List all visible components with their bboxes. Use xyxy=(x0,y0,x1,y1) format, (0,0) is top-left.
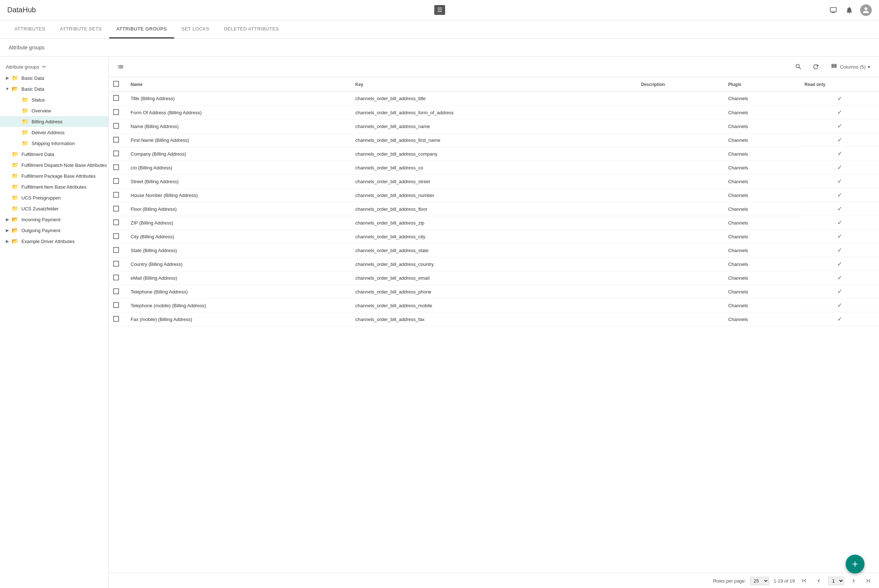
tab-set-locks[interactable]: SET LOCKS xyxy=(174,20,217,39)
row-checkbox[interactable] xyxy=(113,109,119,115)
sidebar-item-fulfillment-dispatch[interactable]: ▶ 📁 Fulfillment Dispatch Note Base Attri… xyxy=(0,160,108,171)
tab-attribute-sets[interactable]: ATTRIBUTE SETS xyxy=(52,20,109,39)
row-checkbox-cell[interactable] xyxy=(109,188,126,202)
row-checkbox[interactable] xyxy=(113,261,119,267)
row-checkbox[interactable] xyxy=(113,233,119,239)
table-footer: Rows per page: 25 10 50 100 1-19 of 19 1 xyxy=(109,572,879,588)
folder-icon: 📁 xyxy=(12,172,18,179)
refresh-icon[interactable] xyxy=(810,61,822,72)
row-readonly: ✓ xyxy=(800,174,879,188)
chevron-right-icon: ▶ xyxy=(4,228,10,233)
row-checkbox[interactable] xyxy=(113,164,119,170)
edit-icon[interactable]: ✏ xyxy=(42,64,46,70)
row-checkbox[interactable] xyxy=(113,206,119,212)
row-checkbox[interactable] xyxy=(113,288,119,294)
row-checkbox-cell[interactable] xyxy=(109,298,126,312)
row-plugin: Channels xyxy=(724,174,800,188)
rows-per-page-select[interactable]: 25 10 50 100 xyxy=(750,577,769,585)
folder-icon: 📁 xyxy=(12,75,18,81)
row-plugin: Channels xyxy=(724,161,800,174)
sidebar-label: UCS Preisgruppen xyxy=(21,195,61,201)
row-plugin: Channels xyxy=(724,271,800,285)
first-page-button[interactable] xyxy=(799,576,809,586)
select-all-checkbox[interactable] xyxy=(113,81,119,87)
row-checkbox-cell[interactable] xyxy=(109,285,126,298)
sidebar-item-ucs-zusatzfelder[interactable]: ▶ 📁 UCS Zusatzfelder xyxy=(0,203,108,214)
sidebar-item-basic-data-2[interactable]: ▼ 📂 Basic Data xyxy=(0,83,108,94)
row-checkbox[interactable] xyxy=(113,219,119,225)
row-name: Country (Billing Address) xyxy=(126,257,351,271)
next-page-button[interactable] xyxy=(849,576,859,586)
row-name: First Name (Billing Address) xyxy=(126,133,351,147)
sidebar-item-ucs-preisgruppen[interactable]: ▶ 📁 UCS Preisgruppen xyxy=(0,192,108,203)
row-readonly: ✓ xyxy=(800,216,879,230)
row-checkbox-cell[interactable] xyxy=(109,257,126,271)
row-checkbox-cell[interactable] xyxy=(109,174,126,188)
row-checkbox-cell[interactable] xyxy=(109,216,126,230)
row-checkbox-cell[interactable] xyxy=(109,105,126,119)
row-checkbox[interactable] xyxy=(113,247,119,253)
row-checkbox-cell[interactable] xyxy=(109,243,126,257)
menu-icon[interactable]: ☰ xyxy=(434,5,445,15)
add-button[interactable]: + xyxy=(846,555,864,573)
col-header-key: Key xyxy=(351,77,637,92)
folder-icon: 📁 xyxy=(12,205,18,212)
sidebar-item-fulfillment-data[interactable]: ▶ 📁 Fulfillment Data xyxy=(0,149,108,160)
row-checkbox[interactable] xyxy=(113,316,119,322)
table-row: eMail (Billing Address) channels_order_b… xyxy=(109,271,879,285)
row-checkbox-cell[interactable] xyxy=(109,147,126,161)
row-checkbox[interactable] xyxy=(113,123,119,129)
row-checkbox[interactable] xyxy=(113,178,119,184)
row-readonly: ✓ xyxy=(800,298,879,312)
sidebar-item-basic-data-1[interactable]: ▶ 📁 Basic Data xyxy=(0,72,108,83)
sidebar-item-overview[interactable]: 📁 Overview xyxy=(0,105,108,116)
row-name: Title (Billing Address) xyxy=(126,92,351,106)
monitor-icon[interactable] xyxy=(828,5,838,15)
sidebar-item-fulfillment-package[interactable]: ▶ 📁 Fulfillment Package Base Attributes xyxy=(0,171,108,182)
user-avatar[interactable] xyxy=(860,4,872,16)
row-checkbox[interactable] xyxy=(113,137,119,142)
row-checkbox-cell[interactable] xyxy=(109,312,126,326)
row-name: Name (Billing Address) xyxy=(126,119,351,133)
toolbar-left xyxy=(115,61,126,72)
row-checkbox-cell[interactable] xyxy=(109,119,126,133)
sidebar-item-fulfillment-item[interactable]: ▶ 📁 Fulfillment Item Base Attributes xyxy=(0,182,108,192)
row-plugin: Channels xyxy=(724,202,800,216)
row-checkbox-cell[interactable] xyxy=(109,271,126,285)
table-row: Telephone (Billing Address) channels_ord… xyxy=(109,285,879,298)
sidebar-item-shipping-information[interactable]: 📁 Shipping Information xyxy=(0,138,108,149)
row-checkbox-cell[interactable] xyxy=(109,202,126,216)
sidebar-item-example-driver[interactable]: ▶ 📂 Example Driver Attributes xyxy=(0,236,108,247)
tab-deleted-attributes[interactable]: DELETED ATTRIBUTES xyxy=(217,20,286,39)
last-page-button[interactable] xyxy=(863,576,873,586)
row-checkbox-cell[interactable] xyxy=(109,92,126,106)
row-checkbox[interactable] xyxy=(113,302,119,308)
row-key: channels_order_bill_address_name xyxy=(351,119,637,133)
sidebar-item-outgoing-payment[interactable]: ▶ 📂 Outgoing Payment xyxy=(0,225,108,236)
search-icon[interactable] xyxy=(793,61,804,72)
row-readonly: ✓ xyxy=(800,243,879,257)
sidebar-item-status[interactable]: 📁 Status xyxy=(0,94,108,105)
table-row: Country (Billing Address) channels_order… xyxy=(109,257,879,271)
row-name: ZIP (Billing Address) xyxy=(126,216,351,230)
row-name: Form Of Address (Billing Address) xyxy=(126,105,351,119)
row-checkbox-cell[interactable] xyxy=(109,230,126,243)
row-checkbox[interactable] xyxy=(113,95,119,101)
tab-attribute-groups[interactable]: ATTRIBUTE GROUPS xyxy=(109,20,174,39)
list-view-icon[interactable] xyxy=(115,61,126,72)
sidebar-item-deliver-address[interactable]: 📁 Deliver Address xyxy=(0,127,108,138)
row-checkbox-cell[interactable] xyxy=(109,161,126,174)
row-checkbox[interactable] xyxy=(113,274,119,280)
row-checkbox[interactable] xyxy=(113,192,119,198)
bell-icon[interactable] xyxy=(844,5,854,15)
columns-button[interactable]: Columns (5) ▾ xyxy=(828,60,873,73)
sidebar-item-incoming-payment[interactable]: ▶ 📂 Incoming Payment xyxy=(0,214,108,225)
row-checkbox[interactable] xyxy=(113,150,119,156)
sidebar-item-billing-address[interactable]: 📁 Billing Address xyxy=(0,116,108,127)
row-description xyxy=(637,243,724,257)
tab-attributes[interactable]: ATTRIBUTES xyxy=(7,20,52,39)
prev-page-button[interactable] xyxy=(814,576,824,586)
row-checkbox-cell[interactable] xyxy=(109,133,126,147)
folder-icon: 📁 xyxy=(12,194,18,201)
page-select[interactable]: 1 xyxy=(828,577,844,585)
